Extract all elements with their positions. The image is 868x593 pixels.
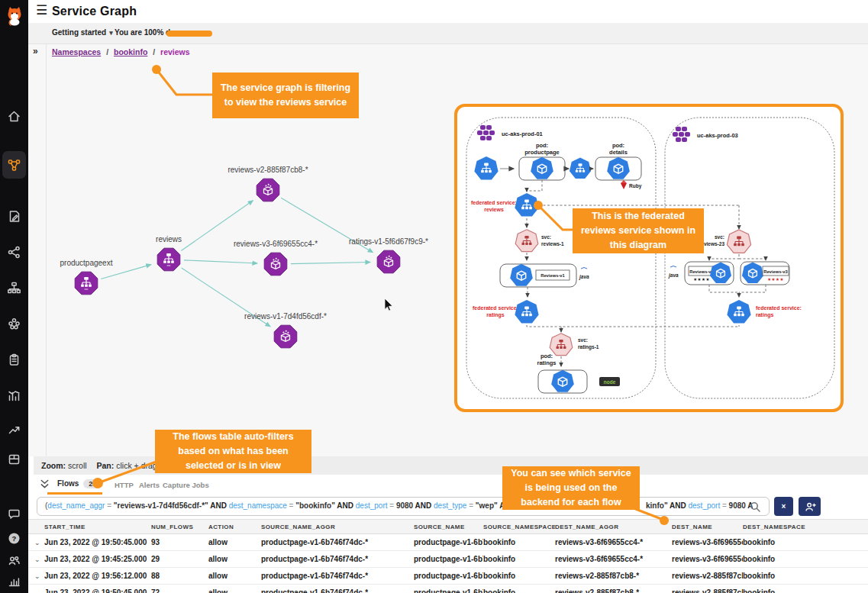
cell: productpage-v1-6b746f74dc-*: [261, 538, 414, 546]
svc-label: svc:: [715, 234, 724, 240]
federated-service-label: federated service:: [473, 305, 518, 311]
collapse-panel-icon[interactable]: [39, 479, 50, 490]
cell: bookinfo: [743, 538, 868, 546]
graph-node-label: reviews: [156, 235, 182, 243]
home-icon[interactable]: [0, 105, 28, 127]
graph-node-label: ratings-v1-5f6d67f9c9-*: [349, 237, 428, 246]
graph-node-label: reviews-v1-7d4fd56cdf-*: [244, 312, 327, 321]
help-icon[interactable]: ?: [0, 527, 28, 549]
usage-metrics-icon[interactable]: [0, 569, 28, 592]
tab-flows[interactable]: Flows20: [57, 479, 102, 488]
reviews-v2-label: Reviews-v2: [689, 269, 714, 274]
graph-node-label: productpageext: [60, 259, 113, 267]
federated-ratings-service-icon: [727, 300, 750, 323]
network-icon[interactable]: [0, 240, 28, 263]
federated-reviews-service-icon: [515, 193, 538, 216]
column-header[interactable]: DEST_NAMESPACE: [743, 524, 868, 530]
svg-text:svc: svc: [166, 264, 170, 267]
federated-ratings-service-icon: [515, 300, 538, 323]
column-header[interactable]: DEST_NAME: [672, 524, 743, 530]
tab-http[interactable]: HTTP: [115, 481, 134, 489]
pod-label: pod:: [612, 142, 624, 149]
cell: bookinfo: [743, 555, 868, 563]
column-header[interactable]: SOURCE_NAME_AGGR: [261, 524, 414, 530]
clear-filter-button[interactable]: ×: [774, 497, 793, 516]
federated-reviews-label: reviews: [484, 207, 504, 212]
cell: bookinfo: [483, 538, 555, 546]
expand-panel-button[interactable]: »: [33, 46, 38, 56]
callout-backend: You can see which service is being used …: [502, 466, 640, 510]
cell: reviews-v2-885f87cb8-*: [555, 588, 672, 593]
federated-ratings-label: ratings: [486, 312, 504, 318]
reviews-v3-label: Reviews-v3: [763, 269, 788, 274]
cell: allow: [208, 588, 261, 593]
graph-node-reviews-v2[interactable]: [257, 179, 279, 201]
cell: bookinfo: [483, 555, 555, 563]
cluster2-boundary: [665, 118, 834, 398]
flow-filter-input[interactable]: (dest_name_aggr = "reviews-v1-7d4fd56cdf…: [37, 497, 770, 516]
column-header[interactable]: SOURCE_NAMESPACE: [483, 524, 555, 530]
endpoints-icon[interactable]: [0, 276, 28, 299]
filter-query-left: (dest_name_aggr = "reviews-v1-7d4fd56cdf…: [45, 501, 503, 512]
federated-ratings-label: ratings: [756, 312, 773, 318]
column-header[interactable]: START_TIME: [44, 524, 151, 530]
tab-capture-jobs[interactable]: Capture Jobs: [163, 481, 209, 489]
user-filter-button[interactable]: [799, 497, 821, 516]
breadcrumb-separator: /: [106, 47, 108, 56]
column-header[interactable]: DEST_NAME_AGGR: [555, 524, 672, 530]
federated-service-label: federated service:: [471, 200, 517, 205]
svc-reviews-1-icon: [515, 230, 538, 252]
red-stars: ★★★★: [767, 277, 784, 282]
graph-node-ratings-v1[interactable]: [377, 250, 400, 273]
bottom-tabs-bar: Flows20 HTTP Alerts Capture Jobs: [28, 475, 868, 495]
flows-count-badge: 20: [83, 479, 102, 488]
cell: reviews-v2-885f87cb8…: [672, 572, 743, 580]
trends-icon[interactable]: [0, 417, 28, 440]
cell: Jun 23, 2022 @ 19:50:45.000: [44, 588, 151, 593]
row-expand-chevron-icon[interactable]: ⌄: [34, 572, 44, 580]
row-expand-chevron-icon[interactable]: ⌄: [34, 589, 44, 593]
breadcrumb-namespaces[interactable]: Namespaces: [52, 47, 101, 56]
compliance-icon[interactable]: [0, 348, 28, 371]
svc-ratings-1-icon: [550, 334, 573, 356]
pod-productpage-label: productpage: [524, 149, 559, 156]
cell: bookinfo: [483, 588, 555, 593]
getting-started-dropdown[interactable]: Getting started▾: [52, 28, 113, 37]
user-plus-icon: [804, 501, 816, 513]
table-row[interactable]: ⌄Jun 23, 2022 @ 19:50:45.00093allowprodu…: [28, 534, 868, 551]
pod-label: pod:: [536, 142, 548, 149]
table-row[interactable]: ⌄Jun 23, 2022 @ 19:50:45.00072allowprodu…: [28, 585, 868, 593]
tab-alerts[interactable]: Alerts: [139, 481, 160, 489]
table-row[interactable]: ⌄Jun 23, 2022 @ 19:45:25.00029allowprodu…: [28, 551, 868, 568]
cluster2-name: uc-aks-prod-03: [697, 132, 738, 139]
activity-icon[interactable]: [0, 384, 28, 407]
cell: reviews-v3-6f69655cc4-*: [555, 538, 672, 546]
column-header[interactable]: ACTION: [208, 524, 261, 530]
breadcrumb-bookinfo[interactable]: bookinfo: [114, 47, 147, 56]
cell: 29: [151, 555, 208, 563]
graph-node-reviews[interactable]: svc: [157, 248, 180, 271]
row-expand-chevron-icon[interactable]: ⌄: [34, 539, 44, 546]
service-graph-icon[interactable]: [0, 153, 28, 176]
clusters-icon[interactable]: [0, 312, 28, 335]
cell: allow: [208, 555, 261, 563]
users-icon[interactable]: [0, 549, 28, 572]
manage-icon[interactable]: [0, 447, 28, 470]
reviews-v1-label: Reviews-v1: [540, 273, 565, 278]
column-header[interactable]: NUM_FLOWS: [151, 524, 208, 530]
breadcrumb: Namespaces / bookinfo / reviews: [52, 47, 190, 56]
svg-text:svc: svc: [84, 288, 88, 291]
policies-icon[interactable]: [0, 205, 28, 227]
hamburger-menu-icon[interactable]: ☰: [36, 2, 47, 18]
graph-node-productpageext[interactable]: svc: [75, 272, 98, 295]
svg-text:Ruby: Ruby: [629, 183, 642, 189]
cell: bookinfo: [743, 572, 868, 580]
column-header[interactable]: SOURCE_NAME: [414, 524, 483, 530]
canvas-divider: [46, 44, 47, 456]
chat-icon[interactable]: [0, 502, 28, 525]
graph-node-reviews-v1[interactable]: [274, 325, 297, 348]
row-expand-chevron-icon[interactable]: ⌄: [34, 556, 44, 563]
graph-node-label: reviews-v3-6f69655cc4-*: [234, 240, 318, 248]
table-row[interactable]: ⌄Jun 23, 2022 @ 19:56:12.00088allowprodu…: [28, 568, 868, 585]
graph-node-reviews-v3[interactable]: [264, 253, 287, 276]
